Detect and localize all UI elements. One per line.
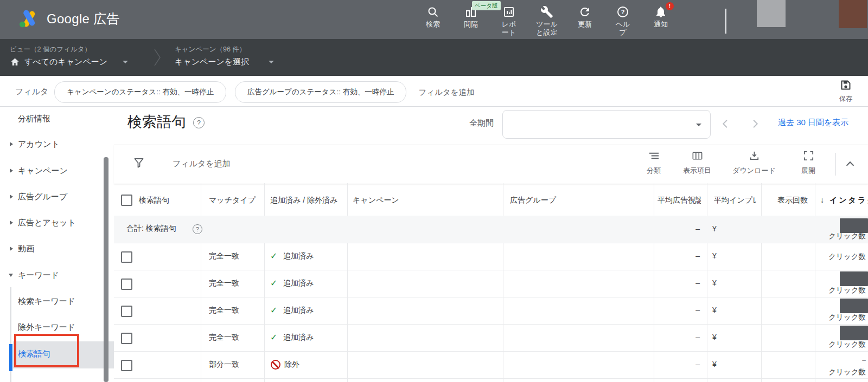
nav-tools-label: ツール と設定: [528, 21, 566, 37]
page-title: 検索語句: [127, 112, 186, 132]
view-selector[interactable]: ビュー（2 個のフィルタ） すべてのキャンペーン: [10, 45, 128, 67]
help-circle-icon[interactable]: ?: [193, 224, 202, 234]
sidebar-item-label: 動画: [18, 244, 34, 254]
sidebar-item-campaigns[interactable]: キャンペーン: [0, 163, 102, 179]
totals-label: 合計: 検索語句: [126, 224, 176, 234]
nav-tools-settings[interactable]: ツール と設定: [528, 3, 566, 37]
col-header-impressions[interactable]: 表示回数: [761, 196, 808, 205]
sidebar-item-adgroups[interactable]: 広告グループ: [0, 189, 102, 205]
chevron-right-icon: [10, 247, 13, 251]
col-header-match-type[interactable]: マッチタイプ: [209, 196, 256, 205]
avatar-redacted: [839, 0, 867, 28]
row-checkbox[interactable]: [121, 333, 132, 344]
breadcrumb-separator-icon: [153, 45, 162, 72]
col-header-avg-imp[interactable]: 平均インプレ: [714, 196, 756, 205]
toolbar-divider: [835, 153, 836, 176]
date-range-select[interactable]: [502, 110, 711, 139]
nav-intervals[interactable]: ベータ版 間隔: [452, 3, 490, 37]
filter-chip-campaign-status[interactable]: キャンペーンのステータス:: 有効、一時停止: [54, 81, 226, 103]
download-label: ダウンロード: [726, 166, 782, 176]
campaign-selector-label: キャンペーン（96 件）: [175, 45, 274, 54]
sidebar-item-label: アカウント: [18, 139, 60, 150]
chevron-down-icon: [269, 61, 274, 63]
table-row[interactable]: 完全一致 ✓ 追加済み – ¥ クリック数: [114, 243, 868, 270]
next-period-button[interactable]: [749, 118, 761, 132]
metric-dash: –: [787, 357, 866, 364]
help-circle-icon[interactable]: ?: [193, 117, 205, 128]
download-icon: [748, 154, 761, 164]
show-last-30-days-link[interactable]: 過去 30 日間を表示: [778, 118, 848, 128]
redacted-value-box: [840, 299, 868, 313]
nav-help[interactable]: ? ヘル プ: [604, 3, 642, 37]
chevron-down-icon: [9, 274, 13, 277]
status-cell: 追加済み: [283, 333, 314, 342]
sidebar-scrollbar[interactable]: [104, 157, 108, 382]
funnel-filter-icon[interactable]: [132, 156, 145, 171]
row-checkbox[interactable]: [121, 360, 132, 371]
avg-viewability-cell: –: [654, 360, 700, 368]
col-header-avg-viewability[interactable]: 平均広告視認: [658, 196, 701, 205]
col-header-search-term[interactable]: 検索語句: [139, 196, 169, 205]
row-checkbox[interactable]: [121, 279, 132, 290]
table-header-row: 検索語句 マッチタイプ 追加済み / 除外済み キャンペーン 広告グループ 平均…: [114, 183, 868, 216]
added-check-icon: ✓: [270, 332, 277, 342]
nav-refresh[interactable]: 更新: [566, 3, 604, 37]
chevron-right-icon: [10, 169, 13, 173]
row-checkbox[interactable]: [121, 251, 132, 263]
red-annotation-box: [14, 334, 79, 367]
table-row[interactable]: 完全一致 ✓ 追加済み – ¥ クリック数: [114, 297, 868, 325]
nav-search-label: 検索: [414, 21, 452, 29]
nav-intervals-label: 間隔: [452, 21, 490, 29]
table-row[interactable]: 完全一致 ✓ 追加済み – ¥ クリック数: [114, 270, 868, 297]
nav-search[interactable]: 検索: [414, 3, 452, 37]
table-row[interactable]: 完全一致 ✓ 追加済み – ¥ クリック数: [114, 324, 868, 352]
col-header-added-excluded[interactable]: 追加済み / 除外済み: [270, 196, 337, 205]
view-selector-value: すべてのキャンペーン: [24, 57, 107, 67]
save-button[interactable]: 保存: [833, 79, 859, 103]
match-type-cell: 完全一致: [209, 306, 239, 315]
status-cell: 除外: [284, 360, 299, 370]
sidebar-item-ads-assets[interactable]: 広告とアセット: [0, 215, 102, 231]
avg-imp-cell: ¥: [712, 279, 717, 287]
reports-icon: [490, 3, 528, 18]
col-header-ad-group[interactable]: 広告グループ: [510, 196, 556, 205]
account-info-redacted: [757, 0, 786, 27]
sidebar-item-videos[interactable]: 動画: [0, 241, 102, 257]
previous-period-button[interactable]: [719, 118, 732, 132]
row-checkbox[interactable]: [121, 306, 132, 317]
sidebar-item-insights[interactable]: 分析情報: [0, 111, 102, 127]
avg-imp-cell: ¥: [712, 251, 717, 260]
campaign-selector[interactable]: キャンペーン（96 件） キャンペーンを選択: [175, 45, 274, 67]
sidebar-item-label: 検索キーワード: [18, 296, 75, 307]
chevron-right-icon: [10, 195, 13, 199]
main-content: 検索語句 ? 全期間 過去 30 日間を表示 フィルタを追加 分類 表示項目: [114, 107, 868, 382]
metric-label: クリック数: [787, 286, 866, 295]
segment-button[interactable]: 分類: [631, 150, 676, 176]
col-header-campaign[interactable]: キャンペーン: [353, 196, 399, 205]
select-all-checkbox[interactable]: [121, 195, 132, 206]
collapse-chevron-up-icon[interactable]: [843, 157, 857, 173]
status-cell: 追加済み: [283, 306, 314, 315]
sidebar-item-account[interactable]: アカウント: [0, 136, 102, 152]
view-selector-label: ビュー（2 個のフィルタ）: [10, 45, 128, 54]
sidebar-item-keywords[interactable]: キーワード: [0, 267, 102, 283]
download-button[interactable]: ダウンロード: [726, 150, 782, 176]
col-header-interactions-sorted[interactable]: ↓ インタラクション: [820, 196, 868, 205]
selected-item-indicator: [9, 344, 12, 371]
table-toolbar: フィルタを追加 分類 表示項目 ダウンロード 展開: [114, 145, 868, 184]
nav-reports[interactable]: レポ ート: [490, 3, 528, 37]
columns-button[interactable]: 表示項目: [674, 150, 720, 176]
save-icon: [839, 84, 852, 93]
sidebar-item-search-keywords[interactable]: 検索キーワード: [0, 293, 102, 309]
table-row[interactable]: 部分一致 除外 – ¥ – クリック数: [114, 351, 868, 379]
redacted-value-box: [840, 271, 868, 286]
table-add-filter[interactable]: フィルタを追加: [173, 159, 231, 169]
expand-button[interactable]: 展開: [791, 150, 826, 176]
nav-notifications[interactable]: ! 通知: [642, 3, 680, 37]
chevron-down-icon: [123, 61, 128, 63]
avg-imp-cell: ¥: [712, 360, 717, 368]
add-filter-link[interactable]: フィルタを追加: [418, 87, 474, 98]
sidebar-item-negative-keywords[interactable]: 除外キーワード: [0, 319, 102, 335]
metric-label: クリック数: [787, 367, 866, 377]
filter-chip-adgroup-status[interactable]: 広告グループのステータス:: 有効、一時停止: [235, 81, 406, 103]
